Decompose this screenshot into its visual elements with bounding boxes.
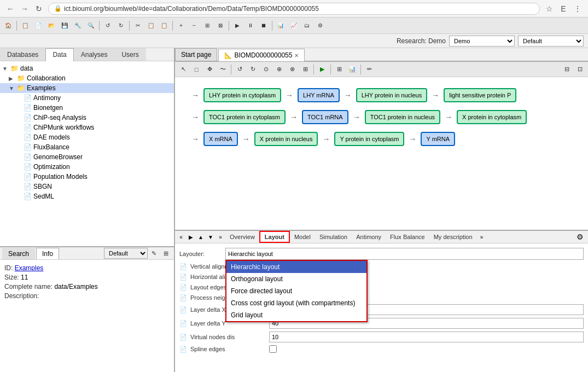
tree-item-antimony[interactable]: 📄 Antimony <box>0 93 174 103</box>
tree-item-examples[interactable]: ▼ 📁 Examples <box>0 83 174 93</box>
default-select[interactable]: Default <box>518 36 584 47</box>
diag-copy[interactable]: ⊙ <box>260 63 272 75</box>
tb17[interactable]: ⏸ <box>244 20 257 32</box>
tree-item-dae[interactable]: 📄 DAE models <box>0 132 174 142</box>
props-tab-simulation[interactable]: Simulation <box>315 232 352 242</box>
props-tab-layout[interactable]: Layout <box>259 231 290 243</box>
tab-search[interactable]: Search <box>2 248 35 259</box>
tb13[interactable]: − <box>188 20 200 32</box>
option-force[interactable]: Force directed layout <box>226 285 366 297</box>
diag-delete[interactable]: ⊗ <box>286 63 298 75</box>
node-light-prot[interactable]: light sensitive protein P <box>444 88 516 102</box>
tab-databases[interactable]: Databases <box>0 48 45 61</box>
layouter-select[interactable]: Hierarchic layout Orthogonal layout Forc… <box>225 248 584 260</box>
option-orthogonal[interactable]: Orthogonal layout <box>226 273 366 285</box>
tree-item-chipseq[interactable]: 📄 ChiP-seq Analysis <box>0 113 174 123</box>
research-select[interactable]: Demo <box>449 36 515 47</box>
option-grid[interactable]: Grid layout <box>226 309 366 321</box>
splineedges-checkbox[interactable] <box>269 345 277 353</box>
node-x-mrna[interactable]: X mRNA <box>203 132 238 146</box>
props-tab-fluxbalance[interactable]: Flux Balance <box>386 232 429 242</box>
back-button[interactable]: ← <box>4 3 16 15</box>
virtualnodes-input[interactable] <box>269 332 584 342</box>
diag-move[interactable]: ✥ <box>203 63 216 75</box>
tree-item-data[interactable]: ▼ 📁 data <box>0 63 174 73</box>
tree-item-bionetgen[interactable]: 📄 Bionetgen <box>0 103 174 113</box>
layout-options-btn[interactable]: ⊞ <box>160 247 172 259</box>
tb2[interactable]: 📄 <box>32 20 44 32</box>
tb18[interactable]: ⏹ <box>258 20 270 32</box>
profile-button[interactable]: E <box>557 3 569 15</box>
tb11[interactable]: 📋 <box>158 20 170 32</box>
props-tab-model[interactable]: Model <box>290 232 315 242</box>
diag-zoom-fit[interactable]: ⊞ <box>299 63 311 75</box>
tb12[interactable]: + <box>175 20 187 32</box>
diag-rectangle[interactable]: □ <box>190 63 202 75</box>
reload-button[interactable]: ↻ <box>33 3 45 15</box>
edit-layout-btn[interactable]: ✎ <box>148 247 160 259</box>
tb22[interactable]: ⚙ <box>314 20 326 32</box>
tb16[interactable]: ▶ <box>231 20 243 32</box>
props-nav-left[interactable]: « <box>176 232 186 242</box>
layout-select[interactable]: Default <box>104 248 148 259</box>
option-hierarchic[interactable]: Hierarchic layout <box>226 261 366 273</box>
tb14[interactable]: ⊞ <box>201 20 213 32</box>
node-lhy-mrna[interactable]: LHY mRNA <box>298 88 340 102</box>
props-tab-antimony[interactable]: Antimony <box>352 232 386 242</box>
diagram-canvas[interactable]: → LHY protein in cytoplasm → LHY mRNA → … <box>175 77 588 230</box>
diag-table[interactable]: ⊞ <box>333 63 345 75</box>
layouter-select-wrapper[interactable]: Hierarchic layout Orthogonal layout Forc… <box>225 248 584 260</box>
tb19[interactable]: 📊 <box>275 20 287 32</box>
tb15[interactable]: ⊠ <box>214 20 226 32</box>
node-toc1-cyto[interactable]: TOC1 protein in cytoplasm <box>203 110 286 124</box>
bookmark-button[interactable]: ☆ <box>543 3 555 15</box>
info-id-value[interactable]: Examples <box>15 264 44 272</box>
tree-item-chipmunk[interactable]: 📄 ChiPMunk workflows <box>0 123 174 132</box>
tb4[interactable]: 💾 <box>59 20 71 32</box>
option-crosscost[interactable]: Cross cost grid layout (with compartment… <box>226 297 366 309</box>
tb10[interactable]: 📋 <box>145 20 157 32</box>
diag-chart[interactable]: 📊 <box>346 63 358 75</box>
tb1[interactable]: 📋 <box>19 20 31 32</box>
node-toc1-mrna[interactable]: TOC1 mRNA <box>302 110 348 124</box>
tab-close-biomd[interactable]: ✕ <box>294 53 299 59</box>
node-x-nuc[interactable]: X protein in nucleus <box>254 132 318 146</box>
node-y-cyto[interactable]: Y protein in cytoplasm <box>334 132 404 146</box>
tree-item-population[interactable]: 📄 Population Models <box>0 172 174 182</box>
props-nav-right[interactable]: » <box>216 232 225 242</box>
tree-item-sbgn[interactable]: 📄 SBGN <box>0 182 174 191</box>
props-tab-mydesc[interactable]: My description <box>429 232 477 242</box>
gear-icon[interactable]: ⚙ <box>573 231 587 242</box>
tree-item-fluxbalance[interactable]: 📄 FluxBalance <box>0 142 174 152</box>
diag-paste[interactable]: ⊕ <box>273 63 285 75</box>
props-tab-more[interactable]: » <box>477 232 487 242</box>
tab-biomd[interactable]: 📐 BIOMD0000000055 ✕ <box>218 49 305 61</box>
address-bar[interactable]: 🔒 ict.biouml.org/bioumlweb/#de=data/Coll… <box>48 3 540 15</box>
forward-button[interactable]: → <box>19 3 31 15</box>
diag-play[interactable]: ▶ <box>316 63 328 75</box>
diag-path[interactable]: 〜 <box>217 63 229 75</box>
node-y-mrna[interactable]: Y mRNA <box>421 132 455 146</box>
tb7[interactable]: ↺ <box>102 20 114 32</box>
diag-pen[interactable]: ✏ <box>363 63 375 75</box>
props-up-btn[interactable]: ▲ <box>196 232 206 242</box>
node-x-cyto[interactable]: X protein in cytoplasm <box>457 110 527 124</box>
tree-item-sedml[interactable]: 📄 SedML <box>0 191 174 201</box>
tb9[interactable]: ✂ <box>132 20 144 32</box>
tree-item-optimization[interactable]: 📄 Optimization <box>0 162 174 172</box>
tab-start-page[interactable]: Start page <box>175 48 217 61</box>
props-control-btn[interactable]: ▶ <box>186 232 196 242</box>
diag-layout-view[interactable]: ⊟ <box>561 63 573 75</box>
tab-data[interactable]: Data <box>45 48 73 61</box>
tb5[interactable]: 🔧 <box>72 20 84 32</box>
diag-redo[interactable]: ↻ <box>247 63 259 75</box>
tab-analyses[interactable]: Analyses <box>74 48 115 61</box>
tree-item-genomebrowser[interactable]: 📄 GenomeBrowser <box>0 152 174 162</box>
tb20[interactable]: 📈 <box>288 20 300 32</box>
diag-undo[interactable]: ↺ <box>234 63 246 75</box>
props-down-btn[interactable]: ▼ <box>206 232 216 242</box>
diag-full-view[interactable]: ⊡ <box>574 63 586 75</box>
node-lhy-cyto[interactable]: LHY protein in cytoplasm <box>203 88 281 102</box>
diag-pointer[interactable]: ↖ <box>177 63 189 75</box>
tab-info[interactable]: Info <box>36 248 59 259</box>
